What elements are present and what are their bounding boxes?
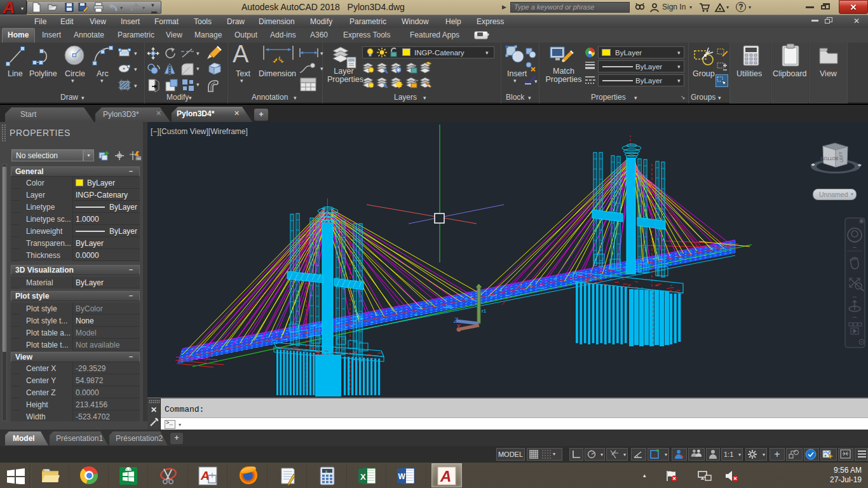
- svg-text:8: 8: [325, 470, 327, 474]
- svg-text:X: X: [456, 323, 461, 330]
- svg-text:A: A: [440, 468, 451, 485]
- svg-text:X: X: [360, 472, 366, 482]
- svg-text:LEFT: LEFT: [838, 152, 843, 162]
- svg-text:BOTTOM: BOTTOM: [820, 156, 838, 161]
- svg-text:r1: r1: [482, 308, 487, 314]
- svg-text:A: A: [200, 469, 210, 482]
- svg-text:W: W: [398, 472, 406, 481]
